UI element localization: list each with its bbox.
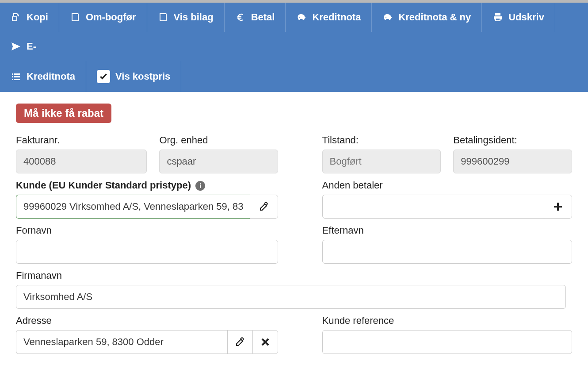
send-icon: [11, 41, 21, 52]
kreditnota2-label: Kreditnota: [27, 71, 75, 82]
copy-icon: [11, 12, 21, 23]
kunde-label-text: Kunde (EU Kunder Standard pristype): [16, 180, 191, 191]
piggy-icon: [296, 12, 307, 23]
orgenhed-label: Org. enhed: [159, 135, 278, 146]
firmanavn-field[interactable]: [16, 285, 566, 309]
book-icon: [158, 12, 168, 23]
betal-label: Betal: [251, 12, 275, 23]
betalingsident-label: Betalingsident:: [453, 135, 572, 146]
fornavn-label: Fornavn: [16, 225, 278, 236]
content-area: Må ikke få rabat Fakturanr. Org. enhed T…: [0, 92, 588, 372]
close-icon: [260, 337, 271, 347]
udskriv-button[interactable]: Udskriv: [482, 3, 555, 32]
e-button[interactable]: E-: [0, 32, 47, 61]
betalingsident-field: [453, 150, 572, 173]
firmanavn-label: Firmanavn: [16, 270, 566, 281]
piggy-icon: [382, 12, 393, 23]
print-icon: [493, 12, 503, 23]
edit-icon: [235, 337, 245, 347]
toolbar: Kopi Om-bogfør Vis bilag Betal Kreditnot…: [0, 3, 588, 92]
visbilag-label: Vis bilag: [174, 12, 214, 23]
kreditnota2-button[interactable]: Kreditnota: [0, 61, 86, 92]
adresse-field[interactable]: [16, 330, 227, 354]
kunde-field[interactable]: [16, 195, 250, 219]
efternavn-field[interactable]: [322, 240, 572, 264]
checkbox-checked-icon: [97, 70, 110, 83]
andenbetaler-add-button[interactable]: [544, 195, 572, 219]
udskriv-label: Udskriv: [508, 12, 544, 23]
euro-icon: [235, 12, 246, 23]
kopi-label: Kopi: [27, 12, 48, 23]
efternavn-label: Efternavn: [322, 225, 572, 236]
betal-button[interactable]: Betal: [225, 3, 286, 32]
kunderef-label: Kunde reference: [322, 315, 572, 327]
invoice-form: Fakturanr. Org. enhed Tilstand: Betaling…: [16, 135, 572, 354]
andenbetaler-field[interactable]: [322, 195, 544, 219]
kunde-edit-button[interactable]: [250, 195, 278, 219]
tilstand-field: [322, 150, 441, 173]
adresse-edit-button[interactable]: [227, 330, 252, 354]
tilstand-label: Tilstand:: [322, 135, 441, 146]
list-icon: [11, 71, 21, 82]
info-icon[interactable]: i: [195, 181, 205, 191]
edit-icon: [259, 201, 269, 212]
orgenhed-field: [159, 150, 278, 173]
ombogfor-label: Om-bogfør: [86, 12, 136, 23]
kreditnota-label: Kreditnota: [312, 12, 361, 23]
viskostpris-label: Vis kostpris: [115, 71, 170, 82]
e-label: E-: [27, 41, 36, 52]
kopi-button[interactable]: Kopi: [0, 3, 59, 32]
andenbetaler-label: Anden betaler: [322, 180, 572, 191]
discount-badge: Må ikke få rabat: [16, 104, 111, 123]
fornavn-field[interactable]: [16, 240, 278, 264]
adresse-label: Adresse: [16, 315, 278, 327]
adresse-clear-button[interactable]: [252, 330, 278, 354]
fakturanr-field: [16, 150, 147, 173]
kreditnota-ny-button[interactable]: Kreditnota & ny: [372, 3, 482, 32]
kreditnota-ny-label: Kreditnota & ny: [398, 12, 471, 23]
book-icon: [70, 12, 80, 23]
kunderef-field[interactable]: [322, 330, 572, 354]
kreditnota-button[interactable]: Kreditnota: [286, 3, 372, 32]
fakturanr-label: Fakturanr.: [16, 135, 147, 146]
visbilag-button[interactable]: Vis bilag: [147, 3, 225, 32]
ombogfor-button[interactable]: Om-bogfør: [59, 3, 147, 32]
plus-icon: [553, 201, 563, 212]
viskostpris-toggle[interactable]: Vis kostpris: [86, 61, 181, 92]
kunde-label: Kunde (EU Kunder Standard pristype) i: [16, 180, 278, 191]
